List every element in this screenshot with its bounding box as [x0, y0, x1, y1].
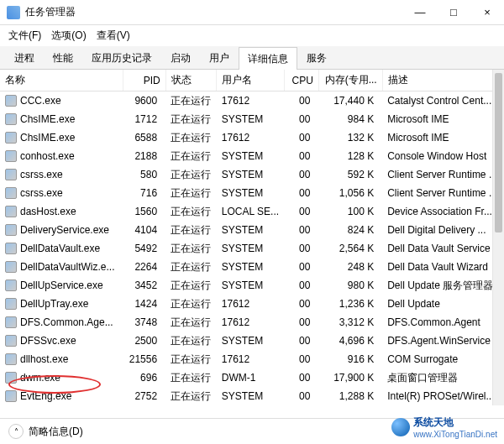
- process-row[interactable]: dasHost.exe1560正在运行LOCAL SE...00100 KDev…: [0, 202, 504, 221]
- tab-4[interactable]: 用户: [200, 46, 239, 69]
- tab-3[interactable]: 启动: [161, 46, 200, 69]
- process-icon: [5, 113, 17, 125]
- process-row[interactable]: ChsIME.exe1712正在运行SYSTEM00984 KMicrosoft…: [0, 110, 504, 128]
- tab-1[interactable]: 性能: [44, 46, 82, 69]
- process-icon: [5, 132, 17, 144]
- window-title: 任务管理器: [25, 5, 76, 19]
- vertical-scrollbar[interactable]: [492, 70, 504, 405]
- process-icon: [5, 390, 17, 402]
- process-row[interactable]: ChsIME.exe6588正在运行1761200132 KMicrosoft …: [0, 128, 504, 147]
- column-name[interactable]: 名称: [0, 70, 123, 91]
- process-icon: [5, 279, 17, 291]
- less-details-button[interactable]: 简略信息(D): [29, 425, 83, 439]
- close-button[interactable]: ×: [470, 0, 504, 25]
- process-table: 名称 PID 状态 用户名 CPU 内存(专用... 描述 CCC.exe960…: [0, 70, 504, 405]
- process-icon: [5, 187, 17, 199]
- column-pid[interactable]: PID: [123, 70, 166, 91]
- process-row[interactable]: DellDataVaultWiz.e...2264正在运行SYSTEM00248…: [0, 258, 504, 276]
- column-memory[interactable]: 内存(专用...: [318, 70, 382, 91]
- menu-view[interactable]: 查看(V): [97, 29, 130, 43]
- process-icon: [5, 206, 17, 217]
- process-icon: [5, 150, 17, 162]
- process-icon: [5, 372, 17, 384]
- column-description[interactable]: 描述: [382, 70, 503, 91]
- scrollbar-thumb[interactable]: [495, 73, 502, 232]
- process-icon: [5, 316, 17, 328]
- menubar: 文件(F) 选项(O) 查看(V): [0, 25, 504, 46]
- titlebar: 任务管理器 — □ ×: [0, 0, 504, 25]
- process-row[interactable]: DFSSvc.exe2500正在运行SYSTEM004,696 KDFS.Age…: [0, 332, 504, 350]
- process-row[interactable]: DFS.Common.Age...3748正在运行17612003,312 KD…: [0, 313, 504, 332]
- column-cpu[interactable]: CPU: [285, 70, 318, 91]
- process-icon: [5, 353, 17, 365]
- tab-0[interactable]: 进程: [5, 46, 44, 69]
- process-row[interactable]: EvtEng.exe2752正在运行SYSTEM001,288 KIntel(R…: [0, 387, 504, 405]
- process-table-wrap: 名称 PID 状态 用户名 CPU 内存(专用... 描述 CCC.exe960…: [0, 70, 504, 405]
- process-row[interactable]: DeliveryService.exe4104正在运行SYSTEM00824 K…: [0, 221, 504, 239]
- app-icon: [7, 6, 20, 19]
- minimize-button[interactable]: —: [403, 0, 437, 25]
- process-icon: [5, 224, 17, 236]
- process-icon: [5, 298, 17, 310]
- tab-6[interactable]: 服务: [297, 46, 336, 69]
- process-icon: [5, 169, 17, 180]
- process-row[interactable]: CCC.exe9600正在运行176120017,440 KCatalyst C…: [0, 91, 504, 111]
- process-icon: [5, 243, 17, 254]
- process-row[interactable]: csrss.exe580正在运行SYSTEM00592 KClient Serv…: [0, 165, 504, 184]
- watermark: 系统天地 www.XiTongTianDi.net: [391, 415, 497, 439]
- process-row[interactable]: dwm.exe696正在运行DWM-10017,900 K桌面窗口管理器: [0, 368, 504, 387]
- column-status[interactable]: 状态: [165, 70, 217, 91]
- chevron-up-icon[interactable]: ˄: [8, 424, 24, 439]
- menu-file[interactable]: 文件(F): [8, 29, 41, 43]
- maximize-button[interactable]: □: [437, 0, 470, 25]
- globe-icon: [391, 418, 410, 436]
- process-row[interactable]: DellDataVault.exe5492正在运行SYSTEM002,564 K…: [0, 239, 504, 258]
- tab-5[interactable]: 详细信息: [239, 47, 297, 70]
- watermark-brand: 系统天地: [413, 416, 454, 428]
- menu-options[interactable]: 选项(O): [51, 29, 86, 43]
- process-row[interactable]: conhost.exe2188正在运行SYSTEM00128 KConsole …: [0, 147, 504, 165]
- process-icon: [5, 95, 17, 107]
- column-user[interactable]: 用户名: [217, 70, 285, 91]
- watermark-url: www.XiTongTianDi.net: [413, 430, 497, 439]
- process-row[interactable]: dllhost.exe21556正在运行1761200916 KCOM Surr…: [0, 350, 504, 368]
- tab-2[interactable]: 应用历史记录: [82, 46, 161, 69]
- process-icon: [5, 335, 17, 347]
- tab-bar: 进程性能应用历史记录启动用户详细信息服务: [0, 46, 504, 70]
- process-row[interactable]: DellUpTray.exe1424正在运行17612001,236 KDell…: [0, 295, 504, 313]
- process-row[interactable]: csrss.exe716正在运行SYSTEM001,056 KClient Se…: [0, 184, 504, 202]
- process-icon: [5, 261, 17, 273]
- process-row[interactable]: DellUpService.exe3452正在运行SYSTEM00980 KDe…: [0, 276, 504, 295]
